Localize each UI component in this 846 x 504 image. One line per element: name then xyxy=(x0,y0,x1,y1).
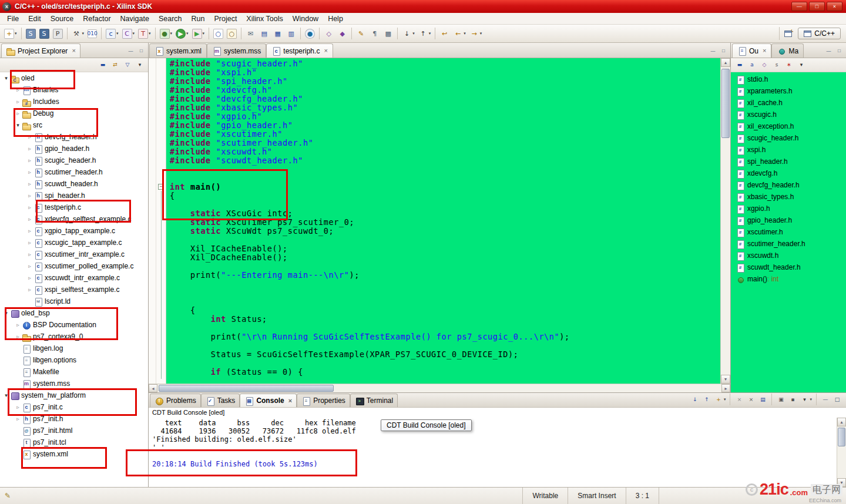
tree-item-src[interactable]: ▾src xyxy=(0,119,148,131)
tree-item-scugic-header-h[interactable]: ▹hscugic_header.h xyxy=(0,154,148,166)
minimize-console-button[interactable]: — xyxy=(820,395,831,405)
dropdown-arrow-icon[interactable]: ▾ xyxy=(116,31,119,36)
hide-non-public-button[interactable]: ∗ xyxy=(784,60,794,70)
print-button[interactable]: P xyxy=(52,28,64,40)
open-element-button[interactable]: ○ xyxy=(212,28,224,40)
collapse-arrow-icon[interactable]: ▾ xyxy=(2,310,10,316)
external-tools-button[interactable]: ▶▾ xyxy=(191,28,206,40)
expand-arrow-icon[interactable]: ▹ xyxy=(26,146,33,152)
dropdown-arrow-icon[interactable]: ▾ xyxy=(724,397,726,402)
expand-arrow-icon[interactable]: ▹ xyxy=(26,193,33,199)
outline-list[interactable]: #stdio.h#xparameters.h#xil_cache.h#xscug… xyxy=(731,72,846,392)
dropdown-arrow-icon[interactable]: ▾ xyxy=(480,31,482,36)
tree-item-xspi-selftest-example-c[interactable]: ▹cxspi_selftest_example.c xyxy=(0,284,148,295)
open-type-button[interactable]: ◇ xyxy=(323,28,335,40)
tree-item-makefile[interactable]: ≡Makefile xyxy=(0,366,148,378)
tree-item-ps7-init-c[interactable]: ▹cps7_init.c xyxy=(0,401,148,413)
project-tree[interactable]: ▾Coled▹010Binaries▹#Includes▹Debug▾src▹h… xyxy=(0,72,148,487)
outline-item-scutimer-header-h[interactable]: #scutimer_header.h xyxy=(731,238,846,250)
display-console-button[interactable]: ▾▾ xyxy=(799,395,813,405)
tab-project-explorer[interactable]: Project Explorer × xyxy=(1,43,80,58)
tree-item-system-mss[interactable]: msystem.mss xyxy=(0,378,148,389)
clear-console-button[interactable]: ▤ xyxy=(757,395,768,405)
tree-item-xgpio-tapp-example-c[interactable]: ▹cxgpio_tapp_example.c xyxy=(0,225,148,237)
filter-button[interactable]: ▽ xyxy=(122,60,133,70)
outline-tab-ou[interactable]: ≡Ou× xyxy=(732,43,771,58)
tree-item-xdevcfg-selftest-example-c[interactable]: ▹cxdevcfg_selftest_example.c xyxy=(0,213,148,225)
expand-arrow-icon[interactable]: ▹ xyxy=(26,181,33,187)
maximize-view-icon[interactable]: □ xyxy=(835,47,844,55)
collapse-arrow-icon[interactable]: ▾ xyxy=(14,122,22,128)
tree-item-xscugic-tapp-example-c[interactable]: ▹cxscugic_tapp_example.c xyxy=(0,237,148,248)
sort-button[interactable]: a xyxy=(747,60,757,70)
search-button[interactable]: ○ xyxy=(226,28,238,40)
outline-item-xgpio-h[interactable]: #xgpio.h xyxy=(731,203,846,214)
dropdown-arrow-icon[interactable]: ▾ xyxy=(149,31,151,36)
outline-item-gpio-header-h[interactable]: #gpio_header.h xyxy=(731,214,846,226)
tree-item-spi-header-h[interactable]: ▹hspi_header.h xyxy=(0,190,148,201)
menu-project[interactable]: Project xyxy=(209,14,241,24)
outline-item-xdevcfg-h[interactable]: #xdevcfg.h xyxy=(731,167,846,179)
tree-item-xscutimer-polled-example-c[interactable]: ▹cxscutimer_polled_example.c xyxy=(0,260,148,272)
debug-button[interactable]: ●▾ xyxy=(159,28,174,40)
menu-edit[interactable]: Edit xyxy=(24,14,46,24)
tree-item-devcfg-header-h[interactable]: ▹hdevcfg_header.h xyxy=(0,131,148,143)
close-view-icon[interactable]: × xyxy=(72,48,75,54)
dropdown-arrow-icon[interactable]: ▾ xyxy=(82,31,85,36)
expand-arrow-icon[interactable]: ▹ xyxy=(26,240,33,246)
dropdown-arrow-icon[interactable]: ▾ xyxy=(15,31,17,36)
new-c-source-button[interactable]: c▾ xyxy=(105,28,120,40)
tree-item-bsp-documentation[interactable]: ▹iBSP Documentation xyxy=(0,319,148,331)
expand-arrow-icon[interactable]: ▹ xyxy=(26,228,33,234)
menu-xilinx-tools[interactable]: Xilinx Tools xyxy=(241,14,287,24)
minimize-window-button[interactable]: — xyxy=(791,2,807,11)
view-menu-button[interactable]: ▾ xyxy=(796,60,807,70)
editor-tab-testperiph-c[interactable]: ctestperiph.c× xyxy=(266,43,333,58)
outline-item-stdio-h[interactable]: #stdio.h xyxy=(731,73,846,85)
outline-item-devcfg-header-h[interactable]: #devcfg_header.h xyxy=(731,179,846,191)
tree-item-debug[interactable]: ▹Debug xyxy=(0,107,148,119)
outline-item-xscugic-h[interactable]: #xscugic.h xyxy=(731,109,846,120)
outline-item-main[interactable]: main() : int xyxy=(731,273,846,285)
console-area-tab-console[interactable]: ▤Console× xyxy=(240,394,297,407)
previous-annotation-button[interactable]: ↑▾ xyxy=(417,28,432,40)
view-menu-button[interactable]: ▾ xyxy=(135,60,145,70)
outline-tab-ma[interactable]: Ma xyxy=(771,43,804,58)
code-editor[interactable]: #include "scugic_header.h"#include "xspi… xyxy=(166,58,720,384)
remove-launch-button[interactable]: × xyxy=(734,395,744,405)
close-tab-icon[interactable]: × xyxy=(324,48,327,54)
expand-arrow-icon[interactable]: ▹ xyxy=(26,216,33,222)
outline-item-scugic-header-h[interactable]: #scugic_header.h xyxy=(731,132,846,144)
tree-item-scutimer-header-h[interactable]: ▹hscutimer_header.h xyxy=(0,166,148,178)
expand-arrow-icon[interactable]: ▹ xyxy=(26,287,33,293)
scroll-right-icon[interactable]: ▸ xyxy=(721,384,730,392)
block-selection-button[interactable]: ▩ xyxy=(382,28,394,40)
dropdown-arrow-icon[interactable]: ▾ xyxy=(203,31,205,36)
dropdown-arrow-icon[interactable]: ▾ xyxy=(412,31,415,36)
expand-arrow-icon[interactable]: ▹ xyxy=(14,404,22,410)
scroll-down-icon[interactable]: ▾ xyxy=(721,375,730,384)
next-annotation-button[interactable]: ↓▾ xyxy=(401,28,416,40)
tree-item-xscutimer-intr-example-c[interactable]: ▹cxscutimer_intr_example.c xyxy=(0,248,148,260)
scroll-down-button[interactable]: ↓ xyxy=(690,395,700,405)
tree-item-libgen-options[interactable]: ≡libgen.options xyxy=(0,354,148,366)
scroll-up-icon[interactable]: ▴ xyxy=(837,418,846,426)
mark-occurrences-button[interactable]: ✎ xyxy=(355,28,367,40)
build-all-button[interactable]: 010 xyxy=(86,28,98,39)
tree-item-ps7-init-tcl[interactable]: tps7_init.tcl xyxy=(0,436,148,448)
menu-source[interactable]: Source xyxy=(46,14,79,24)
build-button[interactable]: ⚒▾ xyxy=(70,28,86,40)
tree-item-system-xml[interactable]: xsystem.xml xyxy=(0,448,148,460)
editor-tab-system-xml[interactable]: xsystem.xml xyxy=(149,43,207,58)
close-window-button[interactable]: × xyxy=(827,2,842,11)
console-area-tab-properties[interactable]: ≡Properties xyxy=(297,394,350,407)
menu-refactor[interactable]: Refactor xyxy=(78,14,115,24)
tree-item-system-hw-platform[interactable]: ▾system_hw_platform xyxy=(0,389,148,401)
expand-arrow-icon[interactable]: ▹ xyxy=(26,251,33,257)
console-area-tab-tasks[interactable]: ✓Tasks xyxy=(201,394,240,407)
outline-item-xscuwdt-h[interactable]: #xscuwdt.h xyxy=(731,250,846,261)
link-with-editor-button[interactable]: ⇄ xyxy=(110,60,120,70)
tree-item-oled-bsp[interactable]: ▾oled_bsp xyxy=(0,307,148,319)
minimize-view-icon[interactable]: — xyxy=(126,47,135,55)
expand-arrow-icon[interactable]: ▹ xyxy=(14,87,22,93)
